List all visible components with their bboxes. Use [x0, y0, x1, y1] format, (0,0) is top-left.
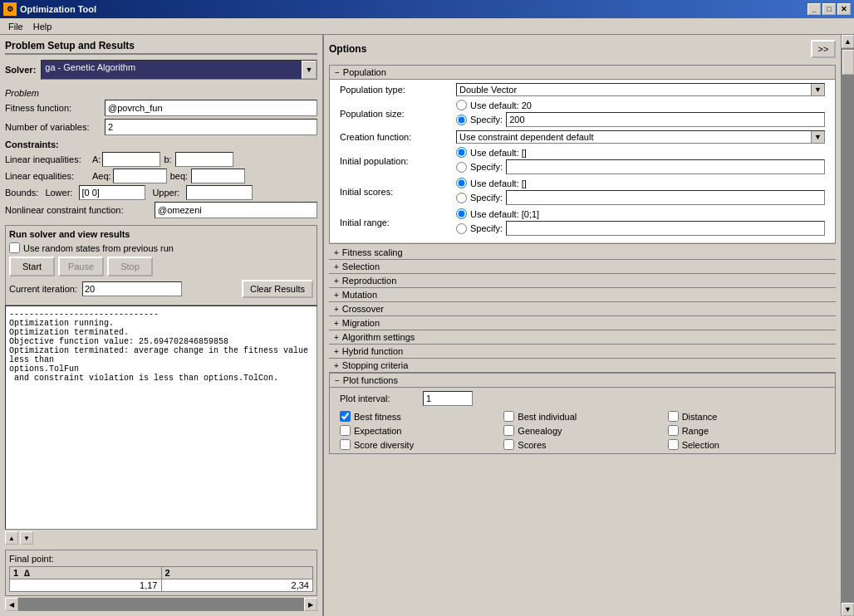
init-pop-label: Initial population: — [340, 156, 456, 166]
init-pop-default-radio[interactable] — [456, 147, 467, 158]
constraints-title: Constraints: — [5, 139, 317, 149]
init-pop-specify-radio[interactable] — [456, 162, 467, 173]
numvars-input[interactable] — [105, 119, 317, 135]
best-fitness-checkbox[interactable] — [340, 411, 351, 422]
scroll-down-arrow[interactable]: ▼ — [20, 531, 33, 545]
creation-fn-row: Creation function: Use constraint depend… — [340, 130, 825, 144]
crossover-label: Crossover — [342, 304, 384, 314]
upper-input[interactable] — [186, 185, 253, 200]
init-range-specify-row: Specify: — [456, 221, 825, 236]
nonlinear-input[interactable] — [155, 202, 317, 218]
pop-size-specify-radio[interactable] — [456, 115, 467, 125]
left-panel-title: Problem Setup and Results — [5, 40, 317, 55]
migration-expand-icon: + — [334, 319, 339, 328]
reproduction-section[interactable]: + Reproduction — [329, 274, 836, 288]
distance-checkbox[interactable] — [668, 411, 679, 422]
lower-input[interactable] — [79, 185, 145, 200]
b-input[interactable] — [175, 152, 233, 167]
v-scroll-down-arrow[interactable]: ▼ — [842, 603, 854, 616]
start-button[interactable]: Start — [9, 257, 55, 276]
a-input[interactable] — [102, 152, 160, 167]
bounds-row: Bounds: Lower: Upper: — [5, 185, 317, 200]
mutation-section[interactable]: + Mutation — [329, 288, 836, 302]
v-scroll-up-arrow[interactable]: ▲ — [842, 35, 854, 48]
scroll-up-arrow[interactable]: ▲ — [5, 531, 18, 545]
mutation-label: Mutation — [342, 290, 377, 300]
reproduction-label: Reproduction — [342, 276, 396, 286]
migration-section[interactable]: + Migration — [329, 316, 836, 330]
fp-col2-header: 2 — [161, 567, 313, 579]
expectation-checkbox[interactable] — [340, 425, 351, 436]
selection-plot-checkbox[interactable] — [668, 439, 679, 450]
final-point-label: Final point: — [9, 554, 313, 564]
pop-size-default-label: Use default: 20 — [470, 100, 532, 110]
init-scores-specify-label: Specify: — [470, 193, 503, 203]
menu-file[interactable]: File — [3, 20, 28, 33]
options-content-area: Options >> − Population Po — [324, 35, 841, 616]
maximize-button[interactable]: □ — [822, 3, 836, 15]
pop-type-value[interactable]: Double Vector — [457, 84, 811, 95]
init-scores-row: Initial scores: Use default: [] Specify: — [340, 178, 825, 205]
init-scores-default-label: Use default: [] — [470, 178, 527, 188]
solver-row: Solver: ga - Genetic Algorithm ▼ — [5, 60, 317, 80]
stop-button[interactable]: Stop — [107, 257, 153, 276]
crossover-section[interactable]: + Crossover — [329, 302, 836, 316]
genealogy-checkbox[interactable] — [503, 425, 514, 436]
plot-interval-input[interactable] — [423, 391, 473, 406]
random-states-checkbox[interactable] — [9, 242, 20, 253]
init-scores-specify-radio[interactable] — [456, 193, 467, 203]
h-scroll-left[interactable]: ◀ — [5, 598, 18, 611]
stopping-criteria-section[interactable]: + Stopping criteria — [329, 359, 836, 373]
best-fitness-label: Best fitness — [354, 412, 401, 422]
selection-section[interactable]: + Selection — [329, 260, 836, 274]
hybrid-function-section[interactable]: + Hybrid function — [329, 345, 836, 359]
fitness-input[interactable] — [105, 100, 317, 116]
solver-dropdown-button[interactable]: ▼ — [302, 61, 317, 79]
options-title: Options — [329, 43, 366, 55]
algorithm-settings-section[interactable]: + Algorithm settings — [329, 330, 836, 345]
creation-fn-value[interactable]: Use constraint dependent default — [457, 131, 811, 143]
range-cb-item: Range — [668, 425, 825, 436]
pause-button[interactable]: Pause — [58, 257, 104, 276]
beq-input[interactable] — [191, 169, 245, 183]
init-range-input[interactable] — [506, 221, 825, 236]
aeq-input[interactable] — [113, 169, 167, 183]
solver-value[interactable]: ga - Genetic Algorithm — [42, 61, 302, 79]
fitness-scaling-section[interactable]: + Fitness scaling — [329, 246, 836, 260]
right-header: Options >> — [329, 40, 836, 58]
linear-eq-row: Linear equalities: Aeq: beq: — [5, 169, 317, 183]
scores-checkbox[interactable] — [503, 439, 514, 450]
score-diversity-checkbox[interactable] — [340, 439, 351, 450]
init-pop-input[interactable] — [506, 159, 825, 174]
h-scroll-track[interactable] — [18, 598, 304, 611]
plot-checkboxes-grid: Best fitness Best individual Distance — [340, 411, 825, 450]
expectation-cb-item: Expectation — [340, 425, 497, 436]
v-scroll-track[interactable] — [842, 48, 854, 603]
options-scroll-area[interactable]: − Population Population type: Double Vec… — [324, 65, 841, 616]
population-section-header[interactable]: − Population — [330, 66, 835, 80]
current-iter-input[interactable] — [82, 281, 182, 296]
pop-type-dropdown-icon[interactable]: ▼ — [811, 84, 824, 95]
range-checkbox[interactable] — [668, 425, 679, 436]
v-scroll-thumb[interactable] — [842, 50, 854, 75]
init-range-specify-radio[interactable] — [456, 223, 467, 234]
init-range-default-radio[interactable] — [456, 208, 467, 219]
numvars-label: Number of variables: — [5, 122, 105, 132]
best-individual-checkbox[interactable] — [503, 411, 514, 422]
minimize-button[interactable]: _ — [807, 3, 821, 15]
nav-forward-button[interactable]: >> — [811, 40, 836, 58]
h-scroll-right[interactable]: ▶ — [304, 598, 317, 611]
clear-results-button[interactable]: Clear Results — [242, 280, 313, 298]
creation-fn-dropdown-icon[interactable]: ▼ — [811, 131, 824, 143]
hybrid-function-label: Hybrid function — [342, 346, 403, 356]
init-scores-default-radio[interactable] — [456, 178, 467, 188]
menu-help[interactable]: Help — [28, 20, 57, 33]
plot-functions-header[interactable]: − Plot functions — [330, 374, 835, 388]
score-diversity-label: Score diversity — [354, 440, 414, 450]
fitness-row: Fitness function: — [5, 100, 317, 116]
init-scores-input[interactable] — [506, 190, 825, 205]
pop-size-input[interactable] — [506, 112, 825, 127]
pop-size-default-radio[interactable] — [456, 100, 467, 110]
close-button[interactable]: ✕ — [837, 3, 851, 15]
fitness-scaling-label: Fitness scaling — [342, 247, 403, 257]
